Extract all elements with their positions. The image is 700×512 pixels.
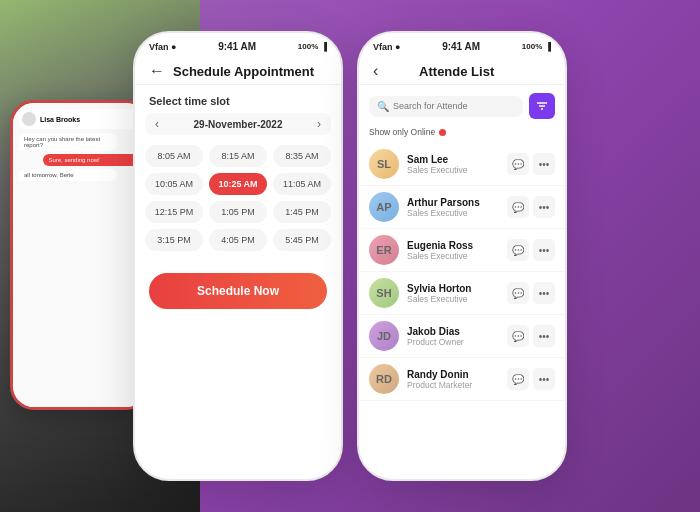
more-button-randy[interactable]: ••• xyxy=(533,368,555,390)
attd-name-randy: Randy Donin xyxy=(407,369,499,380)
next-date-button[interactable]: › xyxy=(317,117,321,131)
attd-role-eugenia: Sales Executive xyxy=(407,251,499,261)
battery-schedule: 100% ▐ xyxy=(298,42,327,51)
more-button-eugenia[interactable]: ••• xyxy=(533,239,555,261)
scene: Lisa Brooks Hey can you share the latest… xyxy=(0,0,700,512)
time-slot-6[interactable]: 12:15 PM xyxy=(145,201,203,223)
schedule-title: Schedule Appointment xyxy=(173,64,314,79)
online-toggle-label: Show only Online xyxy=(369,127,435,137)
search-input[interactable] xyxy=(393,101,515,111)
phone-attendee: Vfan ● 9:41 AM 100% ▐ ‹ Attende List 🔍 xyxy=(357,31,567,481)
search-icon: 🔍 xyxy=(377,101,389,112)
attd-name-sam: Sam Lee xyxy=(407,154,499,165)
more-button-sam[interactable]: ••• xyxy=(533,153,555,175)
filter-icon xyxy=(536,100,548,112)
mini-avatar xyxy=(22,112,36,126)
battery-icon-right: ▐ xyxy=(545,42,551,51)
more-button-sylvia[interactable]: ••• xyxy=(533,282,555,304)
time-slot-grid: 8:05 AM 8:15 AM 8:35 AM 10:05 AM 10:25 A… xyxy=(135,135,341,261)
search-row: 🔍 xyxy=(359,85,565,127)
attendee-header: ‹ Attende List xyxy=(359,56,565,85)
attendee-list: SL Sam Lee Sales Executive 💬 ••• AP Arth… xyxy=(359,143,565,401)
avatar-eugenia: ER xyxy=(369,235,399,265)
attd-info-sam: Sam Lee Sales Executive xyxy=(407,154,499,175)
attd-info-jakob: Jakob Dias Product Owner xyxy=(407,326,499,347)
time-slot-8[interactable]: 1:45 PM xyxy=(273,201,331,223)
attd-role-sam: Sales Executive xyxy=(407,165,499,175)
time-slot-2[interactable]: 8:35 AM xyxy=(273,145,331,167)
chat-message-3: all tomorrow. Berle xyxy=(19,169,117,181)
attd-role-arthur: Sales Executive xyxy=(407,208,499,218)
attd-name-eugenia: Eugenia Ross xyxy=(407,240,499,251)
attendee-row-3[interactable]: SH Sylvia Horton Sales Executive 💬 ••• xyxy=(359,272,565,315)
attd-name-sylvia: Sylvia Horton xyxy=(407,283,499,294)
attendee-row-1[interactable]: AP Arthur Parsons Sales Executive 💬 ••• xyxy=(359,186,565,229)
more-button-arthur[interactable]: ••• xyxy=(533,196,555,218)
battery-label-right: 100% xyxy=(522,42,542,51)
date-navigator: ‹ 29-November-2022 › xyxy=(145,113,331,135)
attd-role-sylvia: Sales Executive xyxy=(407,294,499,304)
attd-actions-eugenia: 💬 ••• xyxy=(507,239,555,261)
carrier-attendee: Vfan ● xyxy=(373,42,400,52)
attd-info-sylvia: Sylvia Horton Sales Executive xyxy=(407,283,499,304)
attd-info-randy: Randy Donin Product Marketer xyxy=(407,369,499,390)
attendee-row-4[interactable]: JD Jakob Dias Product Owner 💬 ••• xyxy=(359,315,565,358)
time-slot-4[interactable]: 10:25 AM xyxy=(209,173,267,195)
time-slot-0[interactable]: 8:05 AM xyxy=(145,145,203,167)
time-slot-11[interactable]: 5:45 PM xyxy=(273,229,331,251)
attd-info-eugenia: Eugenia Ross Sales Executive xyxy=(407,240,499,261)
message-button-sylvia[interactable]: 💬 xyxy=(507,282,529,304)
time-schedule: 9:41 AM xyxy=(218,41,256,52)
current-date: 29-November-2022 xyxy=(194,119,283,130)
avatar-arthur: AP xyxy=(369,192,399,222)
avatar-jakob: JD xyxy=(369,321,399,351)
attd-name-arthur: Arthur Parsons xyxy=(407,197,499,208)
attd-info-arthur: Arthur Parsons Sales Executive xyxy=(407,197,499,218)
phone-schedule: Vfan ● 9:41 AM 100% ▐ ← Schedule Appoint… xyxy=(133,31,343,481)
message-button-randy[interactable]: 💬 xyxy=(507,368,529,390)
prev-date-button[interactable]: ‹ xyxy=(155,117,159,131)
avatar-sylvia: SH xyxy=(369,278,399,308)
time-attendee: 9:41 AM xyxy=(442,41,480,52)
status-bar-schedule: Vfan ● 9:41 AM 100% ▐ xyxy=(135,33,341,56)
attd-actions-arthur: 💬 ••• xyxy=(507,196,555,218)
message-button-eugenia[interactable]: 💬 xyxy=(507,239,529,261)
time-slot-5[interactable]: 11:05 AM xyxy=(273,173,331,195)
phones-container: Vfan ● 9:41 AM 100% ▐ ← Schedule Appoint… xyxy=(123,31,577,481)
battery-label: 100% xyxy=(298,42,318,51)
attd-actions-jakob: 💬 ••• xyxy=(507,325,555,347)
more-button-jakob[interactable]: ••• xyxy=(533,325,555,347)
mini-contact-name: Lisa Brooks xyxy=(40,116,80,123)
attd-role-randy: Product Marketer xyxy=(407,380,499,390)
message-button-sam[interactable]: 💬 xyxy=(507,153,529,175)
filter-button[interactable] xyxy=(529,93,555,119)
back-button[interactable]: ← xyxy=(149,62,165,80)
schedule-header: ← Schedule Appointment xyxy=(135,56,341,85)
message-button-jakob[interactable]: 💬 xyxy=(507,325,529,347)
online-toggle[interactable]: Show only Online xyxy=(359,127,565,143)
schedule-now-button[interactable]: Schedule Now xyxy=(149,273,327,309)
time-slot-10[interactable]: 4:05 PM xyxy=(209,229,267,251)
attendee-back-button[interactable]: ‹ xyxy=(373,62,378,80)
carrier-schedule: Vfan ● xyxy=(149,42,176,52)
chat-message-1: Hey can you share the latest report? xyxy=(19,133,117,151)
time-slot-9[interactable]: 3:15 PM xyxy=(145,229,203,251)
attendee-row-0[interactable]: SL Sam Lee Sales Executive 💬 ••• xyxy=(359,143,565,186)
search-input-wrap[interactable]: 🔍 xyxy=(369,96,523,117)
time-slot-7[interactable]: 1:05 PM xyxy=(209,201,267,223)
attd-name-jakob: Jakob Dias xyxy=(407,326,499,337)
attendee-row-5[interactable]: RD Randy Donin Product Marketer 💬 ••• xyxy=(359,358,565,401)
battery-icon: ▐ xyxy=(321,42,327,51)
avatar-sam: SL xyxy=(369,149,399,179)
online-indicator xyxy=(439,129,446,136)
attd-actions-sam: 💬 ••• xyxy=(507,153,555,175)
attd-role-jakob: Product Owner xyxy=(407,337,499,347)
message-button-arthur[interactable]: 💬 xyxy=(507,196,529,218)
status-bar-attendee: Vfan ● 9:41 AM 100% ▐ xyxy=(359,33,565,56)
attd-actions-randy: 💬 ••• xyxy=(507,368,555,390)
battery-attendee: 100% ▐ xyxy=(522,42,551,51)
time-slot-3[interactable]: 10:05 AM xyxy=(145,173,203,195)
attd-actions-sylvia: 💬 ••• xyxy=(507,282,555,304)
attendee-row-2[interactable]: ER Eugenia Ross Sales Executive 💬 ••• xyxy=(359,229,565,272)
time-slot-1[interactable]: 8:15 AM xyxy=(209,145,267,167)
